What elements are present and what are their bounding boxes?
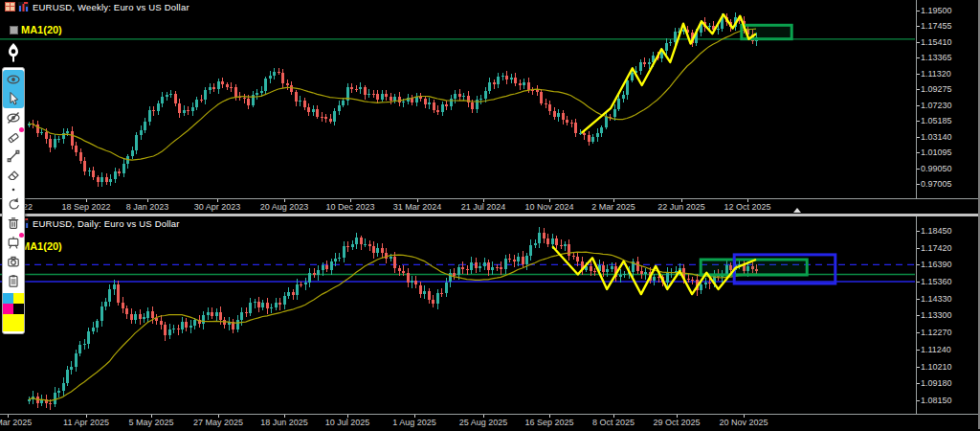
candle-body <box>385 253 388 259</box>
candle-body <box>527 82 530 90</box>
color-swatch-3[interactable] <box>13 304 24 314</box>
color-swatch-0[interactable] <box>3 293 13 304</box>
candle-body <box>398 268 401 271</box>
time-axis-daily[interactable]: 21 Mar 202511 Apr 20255 May 202527 May 2… <box>0 414 978 429</box>
price-tick-label: 1.13300 <box>921 310 952 320</box>
candle-body <box>600 127 603 133</box>
ma-line[interactable] <box>29 29 756 160</box>
candle-body <box>303 101 306 107</box>
crosshair-pen-tool[interactable] <box>2 40 25 65</box>
candle-body <box>330 261 333 270</box>
candle-body <box>440 293 443 294</box>
daily-price-chart[interactable] <box>0 216 915 414</box>
color-swatch-1[interactable] <box>13 293 24 304</box>
candle-body <box>324 117 327 119</box>
candle-body <box>501 76 504 78</box>
candle-body <box>355 89 358 90</box>
time-axis-weekly[interactable]: 202218 Sep 20228 Jan 202330 Apr 202320 A… <box>0 198 978 214</box>
candle-body <box>534 243 537 245</box>
presentation-tool[interactable] <box>3 233 24 252</box>
candle-body <box>466 269 469 271</box>
candlestick-chart-icon <box>5 2 15 11</box>
candle-body <box>131 150 134 156</box>
candle-body <box>122 164 125 173</box>
candle-body <box>579 133 582 134</box>
active-color-swatch[interactable] <box>3 314 24 331</box>
candle-body <box>321 117 323 118</box>
indicator-checkbox-icon[interactable] <box>10 26 18 34</box>
undo-tool[interactable] <box>3 194 24 214</box>
candle-body <box>538 233 541 243</box>
candle-body <box>674 32 677 41</box>
time-tick-label: 12 Oct 2025 <box>724 202 770 212</box>
candle-body <box>372 246 375 253</box>
hide-objects-tool[interactable] <box>3 108 24 127</box>
zigzag-line[interactable] <box>582 14 756 133</box>
candle-body <box>602 265 605 272</box>
candle-body <box>183 110 186 113</box>
chart-shift-marker-icon[interactable] <box>793 208 801 213</box>
price-axis-weekly[interactable]: 1.195001.174551.154101.133651.113201.092… <box>916 0 978 198</box>
candle-body <box>483 262 486 266</box>
erase-object-tool[interactable] <box>3 127 24 147</box>
candle-body <box>281 73 284 83</box>
view-tool[interactable] <box>3 70 24 89</box>
candle-body <box>278 303 281 305</box>
candle-body <box>193 320 196 326</box>
clipboard-tool[interactable] <box>3 271 24 290</box>
candle-body <box>211 312 213 316</box>
candle-body <box>704 283 707 284</box>
price-tick-label: 1.09275 <box>921 84 952 94</box>
delete-tool[interactable] <box>3 214 24 233</box>
candle-body <box>117 284 120 303</box>
price-axis-daily[interactable]: 1.194801.184501.174201.163901.153601.143… <box>916 216 978 414</box>
candle-body <box>172 329 175 329</box>
candle-body <box>461 267 464 269</box>
candle-body <box>343 246 345 258</box>
chart-header-daily: EURUSD, Daily: Euro vs US Dollar <box>5 217 180 229</box>
candle-body <box>278 72 280 73</box>
price-tick-label: 1.17455 <box>921 21 952 31</box>
cursor-tool[interactable] <box>3 89 24 108</box>
candle-body <box>243 98 246 100</box>
candle-body <box>562 113 565 120</box>
candle-body <box>139 314 142 319</box>
candle-body <box>708 283 711 284</box>
candle-body <box>234 87 237 97</box>
candle-body <box>187 110 189 112</box>
candle-body <box>334 259 337 261</box>
candle-body <box>45 132 48 139</box>
candle-body <box>687 279 690 280</box>
indicator-label-weekly: MA1(20) <box>10 24 62 35</box>
candle-body <box>572 256 575 257</box>
candle-body <box>144 122 146 130</box>
color-swatch-2[interactable] <box>3 304 13 314</box>
rectangle-zone-green[interactable] <box>701 260 807 275</box>
trendline-tool[interactable] <box>3 147 24 166</box>
candle-body <box>643 62 646 64</box>
candle-body <box>445 104 448 106</box>
weekly-price-chart[interactable] <box>0 0 915 198</box>
candle-body <box>322 265 324 270</box>
candle-body <box>166 95 168 97</box>
candle-body <box>644 272 647 274</box>
candle-body <box>66 131 69 133</box>
candle-body <box>355 238 358 244</box>
candle-body <box>226 84 229 87</box>
candle-body <box>209 87 212 90</box>
candle-body <box>441 104 444 111</box>
chart-title-weekly: EURUSD, Weekly: Euro vs US Dollar <box>33 2 189 12</box>
candle-body <box>566 120 568 123</box>
candle-body <box>292 292 295 294</box>
trash-icon <box>6 216 21 231</box>
candle-body <box>78 345 81 353</box>
candle-body <box>359 87 362 89</box>
candle-body <box>100 177 103 183</box>
candle-body <box>295 92 298 102</box>
snapshot-tool[interactable] <box>3 252 24 271</box>
candle-body <box>87 331 90 344</box>
candle-body <box>317 270 320 275</box>
candle-body <box>372 94 375 95</box>
panel-separator[interactable] <box>0 214 978 216</box>
candle-body <box>108 289 111 302</box>
